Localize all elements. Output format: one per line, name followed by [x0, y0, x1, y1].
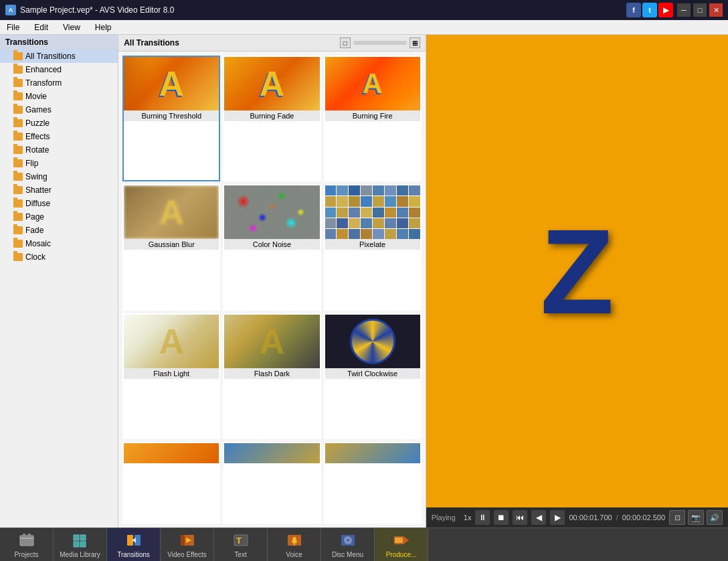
- text-icon: T: [232, 531, 250, 550]
- sidebar-item-diffuse[interactable]: Diffuse: [0, 197, 118, 210]
- transitions-panel-title: All Transitions: [124, 38, 179, 48]
- svg-rect-13: [181, 535, 185, 546]
- window-controls: ─ □ ✕: [677, 3, 723, 17]
- tool-video-effects-label: Video Effects: [167, 551, 207, 558]
- sidebar-item-effects[interactable]: Effects: [0, 130, 118, 143]
- size-slider[interactable]: [353, 41, 407, 45]
- tool-projects[interactable]: Projects: [0, 528, 54, 562]
- close-button[interactable]: ✕: [709, 3, 723, 17]
- transition-thumb-row4-2: [224, 443, 319, 463]
- sidebar-item-mosaic[interactable]: Mosaic: [0, 237, 118, 250]
- transition-color-noise[interactable]: Color Noise: [223, 184, 321, 310]
- sidebar-item-rotate[interactable]: Rotate: [0, 143, 118, 157]
- sidebar-item-swing[interactable]: Swing: [0, 170, 118, 183]
- transition-label-pixelate: Pixelate: [325, 239, 420, 250]
- sidebar-item-fade[interactable]: Fade: [0, 224, 118, 237]
- sidebar-item-page[interactable]: Page: [0, 210, 118, 224]
- tool-voice-label: Voice: [286, 551, 302, 558]
- tool-voice[interactable]: Voice: [268, 528, 321, 562]
- prev-frame-button[interactable]: ◀: [531, 510, 546, 525]
- folder-icon: [13, 240, 23, 248]
- window-title: Sample Project.vep* - AVS Video Editor 8…: [20, 5, 174, 15]
- tool-disc-menu[interactable]: Disc Menu: [321, 528, 375, 562]
- transition-twirl-clockwise[interactable]: Twirl Clockwise: [324, 313, 422, 439]
- tool-projects-label: Projects: [14, 551, 38, 558]
- transition-row4-2[interactable]: [223, 442, 321, 524]
- svg-rect-1: [20, 538, 33, 539]
- tool-video-effects[interactable]: Video Effects: [161, 528, 214, 562]
- transition-thumb-burning-threshold: A: [124, 57, 219, 110]
- tool-transitions-label: Transitions: [117, 551, 150, 558]
- sidebar-item-puzzle[interactable]: Puzzle: [0, 116, 118, 130]
- transition-row4-3[interactable]: [324, 442, 422, 524]
- tool-disc-menu-label: Disc Menu: [332, 551, 363, 558]
- svg-rect-24: [395, 538, 403, 543]
- transition-label-gaussian-blur: Gaussian Blur: [124, 239, 219, 250]
- sidebar-item-movie[interactable]: Movie: [0, 90, 118, 103]
- transition-thumb-twirl-clockwise: [325, 315, 420, 368]
- preview-controls: Playing 1x ⏸ ⏹ ⏮ ◀ ▶ 00:00:01.700 / 00:0…: [426, 507, 728, 528]
- social-icons: f t ▶: [626, 3, 673, 17]
- transition-gaussian-blur[interactable]: A Gaussian Blur: [122, 184, 220, 310]
- tool-produce[interactable]: Produce...: [375, 528, 428, 562]
- transition-pixelate[interactable]: Pixelate: [324, 184, 422, 310]
- sidebar-item-shatter[interactable]: Shatter: [0, 183, 118, 197]
- tool-media-library[interactable]: Media Library: [54, 528, 107, 562]
- menu-edit[interactable]: Edit: [30, 21, 52, 33]
- transition-flash-dark[interactable]: A Flash Dark: [223, 313, 321, 439]
- folder-icon: [13, 226, 23, 234]
- transition-label-burning-fade: Burning Fade: [224, 110, 319, 121]
- transition-thumb-pixelate: [325, 185, 420, 239]
- transition-label-flash-light: Flash Light: [124, 368, 219, 379]
- transition-label-color-noise: Color Noise: [224, 239, 319, 250]
- transition-label-twirl-clockwise: Twirl Clockwise: [325, 368, 420, 379]
- folder-icon: [13, 106, 23, 114]
- app-icon: A: [5, 5, 16, 15]
- transition-burning-fire[interactable]: A Burning Fire: [324, 56, 422, 181]
- size-large-button[interactable]: ⊞: [410, 37, 420, 48]
- minimize-button[interactable]: ─: [677, 3, 691, 17]
- total-time: 00:00:02.500: [622, 513, 665, 522]
- aspect-ratio-button[interactable]: ⊡: [669, 510, 685, 525]
- svg-rect-2: [23, 534, 25, 536]
- snapshot-button[interactable]: 📷: [688, 510, 704, 525]
- maximize-button[interactable]: □: [693, 3, 707, 17]
- youtube-icon[interactable]: ▶: [658, 3, 673, 17]
- menu-help[interactable]: Help: [91, 21, 116, 33]
- menu-file[interactable]: File: [3, 21, 23, 33]
- tool-text[interactable]: T Text: [214, 528, 268, 562]
- menu-view[interactable]: View: [59, 21, 84, 33]
- transition-burning-threshold[interactable]: A Burning Threshold: [122, 56, 220, 181]
- sidebar-item-games[interactable]: Games: [0, 103, 118, 116]
- transition-thumb-burning-fade: A: [224, 57, 319, 110]
- tool-text-label: Text: [234, 551, 246, 558]
- transition-thumb-burning-fire: A: [325, 57, 420, 110]
- tool-transitions[interactable]: Transitions: [107, 528, 161, 562]
- transitions-header: All Transitions □ ⊞: [118, 35, 426, 52]
- sidebar-item-clock[interactable]: Clock: [0, 250, 118, 264]
- sidebar-item-all-transitions[interactable]: All Transitions: [0, 50, 118, 63]
- sidebar-item-transform[interactable]: Transform: [0, 76, 118, 90]
- sidebar: Transitions All Transitions Enhanced Tra…: [0, 35, 118, 528]
- pause-button[interactable]: ⏸: [475, 510, 490, 525]
- projects-icon: [17, 531, 36, 550]
- svg-rect-0: [20, 536, 33, 546]
- transitions-panel: All Transitions □ ⊞ A Burning Threshold: [118, 35, 426, 528]
- rewind-button[interactable]: ⏮: [513, 510, 527, 525]
- sidebar-item-enhanced[interactable]: Enhanced: [0, 63, 118, 76]
- current-time: 00:00:01.700: [569, 513, 612, 522]
- next-frame-button[interactable]: ▶: [550, 510, 565, 525]
- stop-button[interactable]: ⏹: [494, 510, 509, 525]
- preview-area: Z Playing 1x ⏸ ⏹ ⏮ ◀ ▶ 00:00:01.700 / 00…: [426, 35, 728, 528]
- facebook-icon[interactable]: f: [626, 3, 641, 17]
- transition-row4-1[interactable]: [122, 442, 220, 524]
- twitter-icon[interactable]: t: [642, 3, 657, 17]
- transition-burning-fade[interactable]: A Burning Fade: [223, 56, 321, 181]
- svg-rect-5: [80, 535, 86, 540]
- sidebar-item-flip[interactable]: Flip: [0, 157, 118, 170]
- disc-menu-icon: [339, 531, 357, 550]
- volume-button[interactable]: 🔊: [707, 510, 723, 525]
- svg-text:T: T: [236, 536, 242, 546]
- size-small-button[interactable]: □: [340, 37, 351, 48]
- transition-flash-light[interactable]: A Flash Light: [122, 313, 220, 439]
